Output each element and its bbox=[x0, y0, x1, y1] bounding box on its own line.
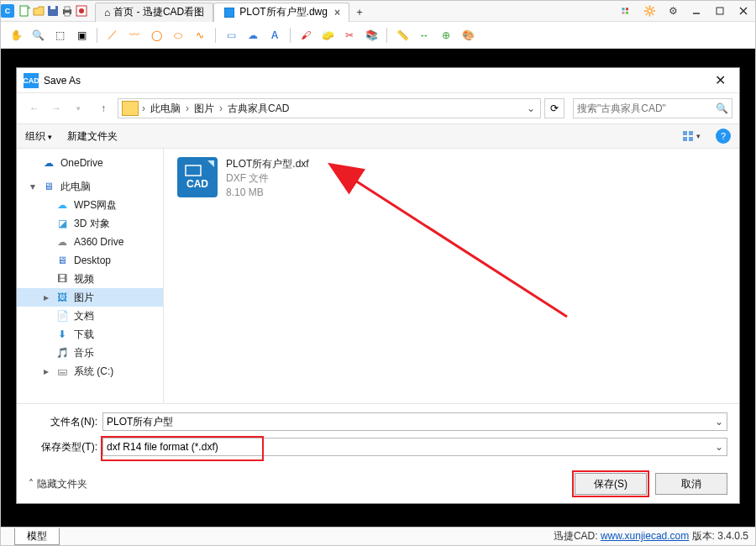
caret-right-icon[interactable]: ▸ bbox=[42, 365, 50, 377]
file-name: PLOT所有户型.dxf bbox=[226, 157, 309, 171]
revcloud-icon[interactable]: ☁ bbox=[244, 27, 261, 44]
zoom-window-icon[interactable]: ⬚ bbox=[51, 27, 68, 44]
caret-right-icon[interactable]: ▸ bbox=[42, 291, 50, 303]
save-icon[interactable] bbox=[46, 4, 60, 18]
nav-recent-button[interactable]: ▾ bbox=[67, 97, 89, 119]
sidebar-item-downloads[interactable]: ▸⬇ 下载 bbox=[17, 325, 163, 344]
dim-icon[interactable]: ↔ bbox=[416, 27, 433, 44]
breadcrumb-item[interactable]: 图片 bbox=[189, 99, 219, 118]
file-pane[interactable]: CAD PLOT所有户型.dxf DXF 文件 8.10 MB bbox=[164, 149, 739, 403]
polyline-icon[interactable]: 〰 bbox=[126, 27, 143, 44]
add-tab-button[interactable]: ＋ bbox=[349, 3, 370, 22]
svg-rect-18 bbox=[689, 131, 693, 135]
chevron-down-icon[interactable]: ⌄ bbox=[715, 441, 723, 453]
refresh-button[interactable]: ⟳ bbox=[544, 98, 564, 118]
text-icon[interactable]: A bbox=[266, 27, 283, 44]
rect-icon[interactable]: ▭ bbox=[223, 27, 239, 44]
circle-icon[interactable]: ◯ bbox=[148, 27, 165, 44]
settings-menu-icon[interactable] bbox=[614, 1, 638, 21]
cut-icon[interactable]: ✂ bbox=[341, 27, 358, 44]
cloud-icon: ☁ bbox=[55, 235, 69, 249]
palette-icon[interactable]: 🔆 bbox=[638, 1, 661, 21]
cloud-icon: ☁ bbox=[42, 156, 55, 170]
breadcrumb-item[interactable]: 古典家具CAD bbox=[223, 99, 294, 118]
sidebar-item-videos[interactable]: ▸🎞 视频 bbox=[17, 270, 163, 288]
open-file-icon[interactable] bbox=[32, 4, 45, 18]
tab-home[interactable]: ⌂ 首页 - 迅捷CAD看图 bbox=[95, 3, 213, 22]
ellipse-icon[interactable]: ⬭ bbox=[170, 27, 186, 44]
breadcrumb[interactable]: › 此电脑 › 图片 › 古典家具CAD ⌄ bbox=[118, 98, 541, 118]
sidebar-item-wps[interactable]: ▸☁ WPS网盘 bbox=[17, 196, 163, 214]
model-tab[interactable]: 模型 bbox=[14, 528, 60, 545]
sidebar-item-music[interactable]: ▸🎵 音乐 bbox=[17, 344, 163, 362]
sidebar-label: 此电脑 bbox=[60, 180, 91, 194]
filename-value: PLOT所有户型 bbox=[107, 415, 173, 429]
document-tabs: ⌂ 首页 - 迅捷CAD看图 PLOT所有户型.dwg × ＋ bbox=[95, 1, 614, 22]
brand-link[interactable]: www.xunjiecad.com bbox=[601, 530, 689, 542]
sidebar-item-desktop[interactable]: ▸🖥 Desktop bbox=[17, 251, 163, 270]
layers-icon[interactable]: 📚 bbox=[363, 27, 380, 44]
options-icon[interactable] bbox=[75, 4, 88, 18]
minimize-button[interactable] bbox=[685, 1, 708, 21]
measure-icon[interactable]: 📏 bbox=[394, 27, 411, 44]
caret-down-icon[interactable]: ▾ bbox=[29, 181, 37, 192]
eraser-icon[interactable]: 🧽 bbox=[319, 27, 336, 44]
zoom-extents-icon[interactable]: 🔍 bbox=[29, 27, 46, 44]
breadcrumb-dropdown-icon[interactable]: ⌄ bbox=[523, 102, 538, 114]
svg-text:CAD: CAD bbox=[186, 178, 208, 190]
search-input[interactable] bbox=[577, 102, 716, 114]
sidebar-item-system-c[interactable]: ▸🖴 系统 (C:) bbox=[17, 362, 163, 381]
new-folder-button[interactable]: 新建文件夹 bbox=[67, 129, 118, 144]
sidebar-item-documents[interactable]: ▸📄 文档 bbox=[17, 307, 163, 325]
coord-icon[interactable]: ⊕ bbox=[438, 27, 454, 44]
brand-label: 迅捷CAD: bbox=[554, 530, 598, 542]
dialog-titlebar: CAD Save As ✕ bbox=[17, 68, 739, 93]
close-button[interactable] bbox=[732, 1, 755, 21]
svg-rect-9 bbox=[622, 8, 625, 10]
search-box[interactable]: 🔍 bbox=[573, 98, 732, 118]
nav-up-button[interactable]: ↑ bbox=[92, 97, 114, 119]
filename-input[interactable]: PLOT所有户型 ⌄ bbox=[102, 412, 727, 431]
sidebar-item-3d[interactable]: ▸◪ 3D 对象 bbox=[17, 214, 163, 233]
sidebar-item-a360[interactable]: ▸☁ A360 Drive bbox=[17, 233, 163, 251]
tab-document[interactable]: PLOT所有户型.dwg × bbox=[213, 3, 349, 22]
nav-forward-button[interactable]: → bbox=[45, 97, 67, 119]
print-icon[interactable] bbox=[60, 4, 74, 18]
nav-back-button[interactable]: ← bbox=[24, 97, 45, 119]
organize-button[interactable]: 组织 ▾ bbox=[25, 129, 52, 144]
view-mode-button[interactable]: ▾ bbox=[682, 130, 701, 142]
breadcrumb-item[interactable]: 此电脑 bbox=[145, 99, 186, 118]
hand-icon[interactable]: ✋ bbox=[8, 27, 24, 44]
maximize-button[interactable] bbox=[708, 1, 732, 21]
sidebar-label: 视频 bbox=[74, 272, 94, 286]
save-button[interactable]: 保存(S) bbox=[575, 473, 647, 495]
svg-point-8 bbox=[79, 8, 84, 13]
dialog-title: Save As bbox=[44, 75, 81, 87]
svg-rect-20 bbox=[689, 137, 693, 141]
cancel-button[interactable]: 取消 bbox=[655, 473, 727, 495]
sidebar-label: 系统 (C:) bbox=[74, 365, 113, 379]
sidebar-item-this-pc[interactable]: ▾🖥 此电脑 bbox=[17, 177, 163, 196]
file-item[interactable]: CAD PLOT所有户型.dxf DXF 文件 8.10 MB bbox=[177, 157, 726, 199]
svg-text:+: + bbox=[27, 4, 31, 12]
chevron-down-icon[interactable]: ⌄ bbox=[715, 416, 723, 428]
new-file-icon[interactable]: + bbox=[18, 4, 31, 18]
savetype-select[interactable]: dxf R14 file format (*.dxf) ⌄ bbox=[102, 438, 727, 456]
svg-rect-11 bbox=[622, 12, 625, 14]
colorwheel-icon[interactable]: 🎨 bbox=[459, 27, 476, 44]
dwg-icon bbox=[223, 6, 236, 19]
dialog-actions: ˄ 隐藏文件夹 保存(S) 取消 bbox=[17, 468, 739, 503]
line-icon[interactable]: ／ bbox=[104, 27, 121, 44]
close-tab-icon[interactable]: × bbox=[334, 7, 340, 18]
brush-icon[interactable]: 🖌 bbox=[297, 27, 314, 44]
sidebar-item-onedrive[interactable]: ▸☁ OneDrive bbox=[17, 154, 163, 172]
help-button[interactable]: ? bbox=[716, 129, 731, 144]
gear-icon[interactable]: ⚙ bbox=[661, 1, 685, 21]
dialog-close-button[interactable]: ✕ bbox=[707, 72, 732, 88]
svg-rect-17 bbox=[683, 131, 687, 135]
hide-folders-toggle[interactable]: ˄ 隐藏文件夹 bbox=[29, 477, 87, 491]
spline-icon[interactable]: ∿ bbox=[192, 27, 208, 44]
sidebar-item-pictures[interactable]: ▸🖼 图片 bbox=[17, 288, 163, 307]
zoom-fit-icon[interactable]: ▣ bbox=[73, 27, 90, 44]
chevron-up-icon: ˄ bbox=[29, 478, 34, 490]
